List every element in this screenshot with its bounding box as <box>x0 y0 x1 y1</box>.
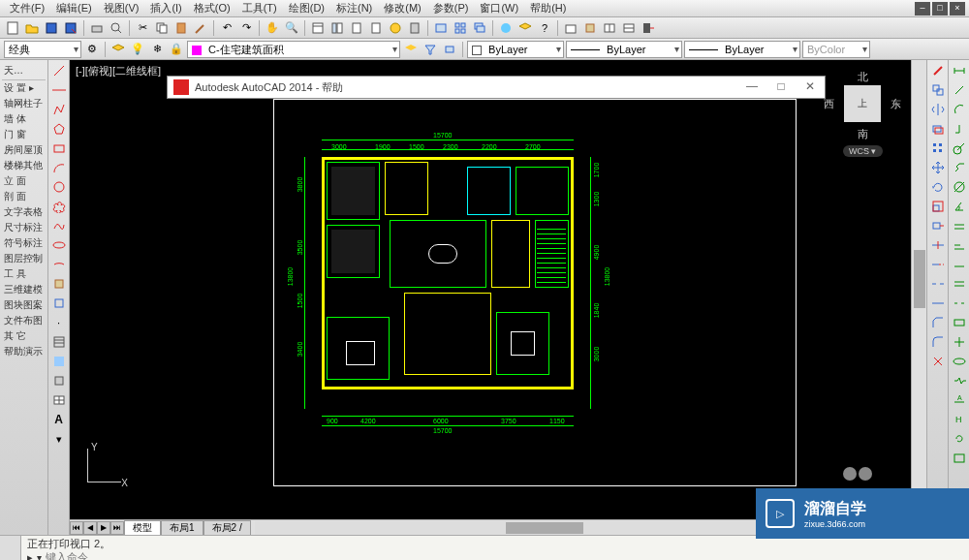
extend-icon[interactable] <box>929 256 947 273</box>
break-icon[interactable] <box>929 275 947 293</box>
sidebar-item-tools[interactable]: 工 具 <box>2 266 46 282</box>
exit-icon[interactable] <box>640 19 657 37</box>
close-button[interactable]: × <box>950 2 965 16</box>
dim-baseline-icon[interactable] <box>951 236 968 254</box>
dim-radius-icon[interactable] <box>951 140 968 157</box>
help-close-button[interactable]: ✕ <box>796 77 825 98</box>
sidebar-item-text[interactable]: 文字表格 <box>2 204 46 220</box>
move-icon[interactable] <box>929 159 947 176</box>
window-cascade-icon[interactable] <box>471 19 488 37</box>
centermark-icon[interactable] <box>951 333 968 351</box>
insert-block-icon[interactable] <box>50 275 68 293</box>
window-tile-icon[interactable] <box>452 19 469 37</box>
cmdline-toggle[interactable] <box>0 536 21 560</box>
sidebar-item-room[interactable]: 房间屋顶 <box>2 142 46 158</box>
menu-draw[interactable]: 绘图(D) <box>283 1 330 16</box>
render-icon[interactable] <box>497 19 515 37</box>
sidebar-item-3d[interactable]: 三维建模 <box>2 282 46 297</box>
mtext-icon[interactable]: A <box>50 411 68 428</box>
new-icon[interactable] <box>4 19 21 37</box>
cut-icon[interactable]: ✂ <box>134 19 151 37</box>
hscroll-thumb[interactable] <box>506 522 583 534</box>
layer-freeze-icon[interactable]: ❄ <box>148 41 166 58</box>
workspace-settings-icon[interactable]: ⚙ <box>83 41 101 58</box>
dim-diameter-icon[interactable] <box>951 178 968 196</box>
linetype-combo[interactable]: ByLayer <box>566 41 682 58</box>
tab-prev-button[interactable]: ◀ <box>83 521 97 535</box>
dim-continue-icon[interactable] <box>951 256 968 273</box>
vscroll-thumb[interactable] <box>914 250 925 308</box>
dim-angular-icon[interactable] <box>951 198 968 215</box>
ellipse-icon[interactable] <box>50 236 68 254</box>
designcenter-icon[interactable] <box>328 19 346 37</box>
table2-icon[interactable] <box>620 19 638 37</box>
menu-window[interactable]: 窗口(W) <box>474 1 524 16</box>
viewcube[interactable]: 北 西 东 上 南 WCS ▾ <box>824 70 901 157</box>
dim-tedit-icon[interactable]: H <box>951 411 968 428</box>
xref-icon[interactable] <box>562 19 579 37</box>
dim-ordinate-icon[interactable] <box>951 120 968 138</box>
command-input[interactable] <box>46 551 963 560</box>
sidebar-item-file[interactable]: 文件布图 <box>2 313 46 328</box>
tab-next-button[interactable]: ▶ <box>97 521 110 535</box>
mirror-icon[interactable] <box>929 101 947 118</box>
window-list-icon[interactable] <box>432 19 450 37</box>
tab-model[interactable]: 模型 <box>124 520 161 535</box>
polygon-icon[interactable] <box>50 120 68 138</box>
make-block-icon[interactable] <box>50 295 68 312</box>
sidebar-item-section[interactable]: 剖 面 <box>2 189 46 204</box>
ellipse-arc-icon[interactable] <box>50 256 68 273</box>
region-icon[interactable] <box>50 372 68 389</box>
point-icon[interactable]: · <box>50 314 68 331</box>
layer-icon[interactable] <box>516 19 534 37</box>
join-icon[interactable] <box>929 295 947 312</box>
dim-space-icon[interactable] <box>951 275 968 293</box>
inspect-icon[interactable] <box>951 353 968 370</box>
sidebar-item-settings[interactable]: 设 置 ▸ <box>2 80 46 96</box>
spline-icon[interactable] <box>50 217 68 234</box>
sidebar-item-layerctrl[interactable]: 图层控制 <box>2 251 46 266</box>
addselected-icon[interactable]: ▾ <box>50 430 68 448</box>
dim-jogged-icon[interactable] <box>951 159 968 176</box>
plot-icon[interactable] <box>88 19 106 37</box>
ucs-icon[interactable]: Y X <box>79 442 128 490</box>
menu-format[interactable]: 格式(O) <box>188 1 236 16</box>
layer-combo[interactable]: C-住宅建筑面积 <box>187 41 400 58</box>
fillet-icon[interactable] <box>929 333 947 351</box>
tab-layout1[interactable]: 布局1 <box>161 520 203 535</box>
layerstates-icon[interactable] <box>402 41 420 58</box>
layerprops-icon[interactable] <box>109 41 127 58</box>
construction-line-icon[interactable] <box>50 81 68 99</box>
menu-dimension[interactable]: 标注(N) <box>330 1 378 16</box>
circle-icon[interactable] <box>50 178 68 196</box>
offset-icon[interactable] <box>929 120 947 138</box>
viewcube-top[interactable]: 上 <box>844 85 881 122</box>
saveas-icon[interactable] <box>62 19 79 37</box>
redo-icon[interactable]: ↷ <box>237 19 255 37</box>
toolpalette-icon[interactable] <box>348 19 365 37</box>
vscroll[interactable] <box>911 60 926 535</box>
help-maximize-button[interactable]: □ <box>766 77 796 98</box>
array-icon[interactable] <box>929 140 947 157</box>
sidebar-item-help[interactable]: 帮助演示 <box>2 344 46 359</box>
minimize-button[interactable]: – <box>915 2 930 16</box>
help-icon[interactable]: ? <box>536 19 553 37</box>
hatch-icon[interactable] <box>50 333 68 351</box>
polyline-icon[interactable] <box>50 101 68 118</box>
tab-layout2[interactable]: 布局2 / <box>203 520 251 535</box>
dimstyle-icon[interactable] <box>951 450 968 467</box>
sidebar-item-block[interactable]: 图块图案 <box>2 297 46 313</box>
dim-break-icon[interactable] <box>951 295 968 312</box>
sidebar-item-dim[interactable]: 尺寸标注 <box>2 220 46 235</box>
chamfer-icon[interactable] <box>929 314 947 331</box>
sidebar-item-door[interactable]: 门 窗 <box>2 127 46 142</box>
copy2-icon[interactable] <box>929 81 947 99</box>
drawing-canvas[interactable]: [-][俯视][二维线框] Autodesk AutoCAD 2014 - 帮助… <box>70 60 911 519</box>
open-icon[interactable] <box>23 19 41 37</box>
trim-icon[interactable] <box>929 236 947 254</box>
dim-edit-icon[interactable]: A <box>951 391 968 409</box>
maximize-button[interactable]: □ <box>932 2 948 16</box>
lineweight-combo[interactable]: ByLayer <box>684 41 800 58</box>
dim-aligned-icon[interactable] <box>951 81 968 99</box>
menu-help[interactable]: 帮助(H) <box>524 1 572 16</box>
